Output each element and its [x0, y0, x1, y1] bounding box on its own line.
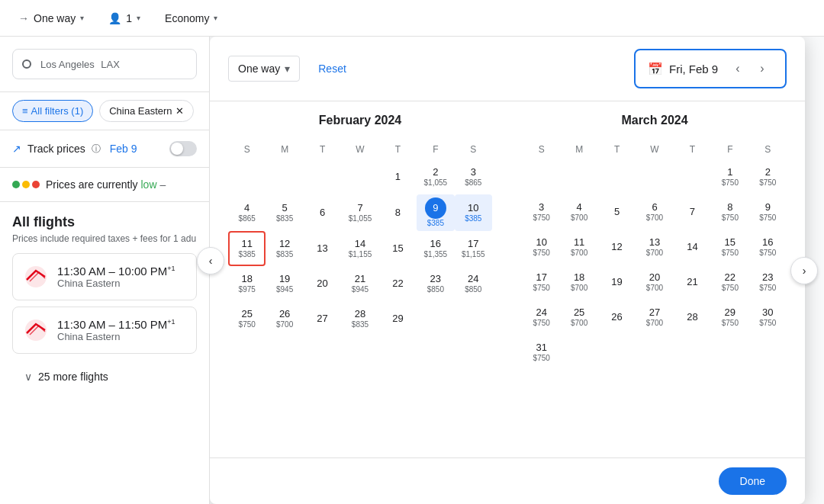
- feb-day-14[interactable]: 14$1,155: [341, 231, 378, 266]
- flight-card-2[interactable]: 11:30 AM – 11:50 PM+1 China Eastern: [12, 307, 197, 354]
- mar-day-1[interactable]: 1$750: [711, 159, 748, 194]
- search-input[interactable]: Los Angeles LAX: [12, 49, 197, 79]
- mar-day-16[interactable]: 16$750: [749, 230, 787, 265]
- feb-day-12[interactable]: 12$835: [266, 231, 303, 266]
- trip-type-selector[interactable]: → One way ▾: [12, 9, 90, 27]
- mar-day-15[interactable]: 15$750: [711, 230, 748, 265]
- chevron-down-icon4: ▾: [285, 63, 290, 75]
- person-icon: 👤: [108, 12, 121, 24]
- feb-day-29[interactable]: 29: [379, 301, 417, 336]
- mar-day-11[interactable]: 11$700: [560, 230, 597, 265]
- mar-day-26[interactable]: 26: [598, 300, 636, 335]
- all-filters-button[interactable]: ≡ All filters (1): [12, 100, 93, 122]
- feb-header-w: W: [341, 140, 378, 159]
- feb-day-5[interactable]: 5$835: [266, 194, 303, 231]
- track-prices-toggle[interactable]: [169, 141, 197, 156]
- feb-day-24[interactable]: 24$850: [455, 266, 492, 301]
- mar-day-22[interactable]: 22$750: [711, 265, 748, 300]
- date-input[interactable]: 📅 Fri, Feb 9 ‹ ›: [634, 49, 787, 88]
- feb-day-17[interactable]: 17$1,155: [455, 231, 492, 266]
- feb-day-22[interactable]: 22: [379, 266, 417, 301]
- feb-day-6[interactable]: 6: [304, 194, 341, 231]
- flight-card-1[interactable]: 11:30 AM – 10:00 PM+1 China Eastern: [12, 253, 197, 300]
- calendar-area: › One way ▾ Reset 📅 Fri, Feb 9 ‹ ›: [210, 37, 824, 504]
- feb-day-18[interactable]: 18$975: [228, 266, 266, 301]
- feb-empty-2: [266, 159, 303, 194]
- cabin-selector[interactable]: Economy ▾: [159, 9, 224, 27]
- airline-filter-button[interactable]: China Eastern ✕: [99, 100, 193, 122]
- done-button[interactable]: Done: [719, 467, 787, 495]
- feb-day-4[interactable]: 4$865: [228, 194, 266, 231]
- feb-day-2[interactable]: 2$1,055: [417, 159, 454, 194]
- chevron-left-icon: ‹: [209, 255, 210, 267]
- feb-day-3[interactable]: 3$865: [455, 159, 492, 194]
- reset-button[interactable]: Reset: [318, 63, 346, 75]
- mar-day-3[interactable]: 3$750: [523, 194, 560, 230]
- feb-day-9[interactable]: 9 $385: [417, 194, 454, 231]
- feb-day-21[interactable]: 21$945: [341, 266, 378, 301]
- mar-day-2[interactable]: 2$750: [749, 159, 787, 194]
- feb-day-11[interactable]: 11$385: [228, 231, 266, 266]
- feb-day-13[interactable]: 13: [304, 231, 341, 266]
- feb-header-m: M: [266, 140, 303, 159]
- top-bar: → One way ▾ 👤 1 ▾ Economy ▾: [0, 0, 824, 37]
- mar-day-29[interactable]: 29$750: [711, 300, 748, 335]
- calendar-icon: 📅: [648, 62, 663, 76]
- feb-day-19[interactable]: 19$945: [266, 266, 303, 301]
- feb-day-25[interactable]: 25$750: [228, 301, 266, 336]
- flight-time-1: 11:30 AM – 10:00 PM+1: [57, 265, 185, 278]
- price-info-section: Prices are currently low –: [0, 168, 209, 202]
- mar-day-30[interactable]: 30$750: [749, 300, 787, 335]
- date-prev-button[interactable]: ‹: [727, 58, 748, 79]
- mar-day-21[interactable]: 21: [674, 265, 711, 300]
- feb-day-27[interactable]: 27: [304, 301, 341, 336]
- trip-type-dropdown[interactable]: One way ▾: [228, 56, 300, 82]
- feb-day-20[interactable]: 20: [304, 266, 341, 301]
- mar-header-f: F: [711, 140, 748, 159]
- mar-day-5[interactable]: 5: [598, 194, 636, 230]
- mar-day-4[interactable]: 4$700: [560, 194, 597, 230]
- feb-day-15[interactable]: 15: [379, 231, 417, 266]
- dot-yellow: [22, 181, 30, 188]
- main-layout: Los Angeles LAX ≡ All filters (1) China …: [0, 37, 824, 504]
- mar-day-13[interactable]: 13$700: [636, 230, 673, 265]
- passengers-selector[interactable]: 👤 1 ▾: [102, 9, 146, 27]
- mar-day-25[interactable]: 25$700: [560, 300, 597, 335]
- mar-day-10[interactable]: 10$750: [523, 230, 560, 265]
- trip-type-label: One way: [34, 12, 76, 24]
- flight-info-2: 11:30 AM – 11:50 PM+1 China Eastern: [57, 318, 185, 342]
- mar-day-31[interactable]: 31$750: [523, 335, 560, 370]
- more-flights[interactable]: ∨ 25 more flights: [12, 360, 197, 393]
- mar-day-7[interactable]: 7: [674, 194, 711, 230]
- mar-day-20[interactable]: 20$700: [636, 265, 673, 300]
- mar-day-18[interactable]: 18$700: [560, 265, 597, 300]
- mar-day-12[interactable]: 12: [598, 230, 636, 265]
- mar-day-19[interactable]: 19: [598, 265, 636, 300]
- february-grid: S M T W T F S 1 2$1,055 3$: [228, 140, 492, 336]
- right-nav-arrow[interactable]: ›: [790, 257, 818, 284]
- feb-header-s1: S: [228, 140, 266, 159]
- calendar-panel: One way ▾ Reset 📅 Fri, Feb 9 ‹ › Febr: [210, 37, 805, 504]
- date-next-button[interactable]: ›: [752, 58, 773, 79]
- mar-day-28[interactable]: 28: [674, 300, 711, 335]
- feb-day-16[interactable]: 16$1,355: [417, 231, 454, 266]
- mar-day-24[interactable]: 24$750: [523, 300, 560, 335]
- mar-day-9[interactable]: 9$750: [749, 194, 787, 230]
- mar-day-14[interactable]: 14: [674, 230, 711, 265]
- feb-day-23[interactable]: 23$850: [417, 266, 454, 301]
- mar-day-8[interactable]: 8$750: [711, 194, 748, 230]
- chevron-down-icon2: ▾: [137, 14, 140, 22]
- feb-day-1[interactable]: 1: [379, 159, 417, 194]
- mar-day-27[interactable]: 27$700: [636, 300, 673, 335]
- feb-day-7[interactable]: 7$1,055: [341, 194, 378, 231]
- feb-day-8[interactable]: 8: [379, 194, 417, 231]
- mar-day-6[interactable]: 6$700: [636, 194, 673, 230]
- all-flights-section: All flights Prices include required taxe…: [0, 202, 209, 406]
- feb-day-28[interactable]: 28$835: [341, 301, 378, 336]
- feb-day-10[interactable]: 10$385: [455, 194, 492, 231]
- feb-day-26[interactable]: 26$700: [266, 301, 303, 336]
- mar-day-23[interactable]: 23$750: [749, 265, 787, 300]
- origin-icon: [22, 59, 31, 69]
- price-dots: [12, 181, 40, 188]
- mar-day-17[interactable]: 17$750: [523, 265, 560, 300]
